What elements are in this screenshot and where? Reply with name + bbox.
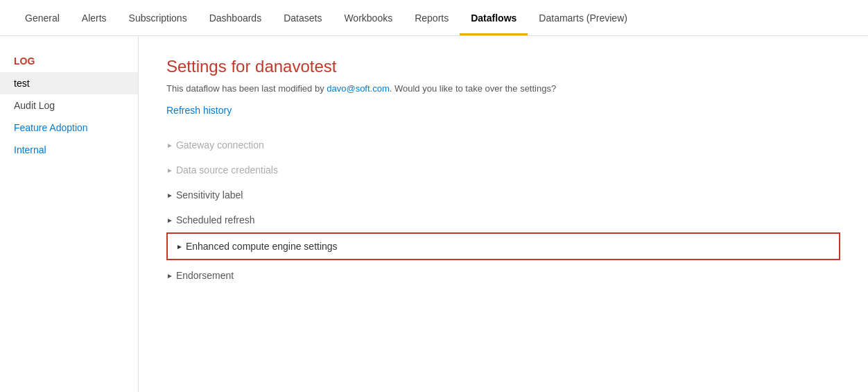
arrow-icon: ► <box>166 216 173 224</box>
arrow-icon: ► <box>166 167 173 174</box>
section-label: Gateway connection <box>176 139 264 151</box>
sidebar-item-audit-log[interactable]: Audit Log <box>0 94 138 117</box>
section-label: Enhanced compute engine settings <box>186 241 338 252</box>
section-gateway-connection[interactable]: ► Gateway connection <box>166 133 840 157</box>
page-title: Settings for danavotest <box>166 57 840 76</box>
arrow-icon: ► <box>166 272 173 280</box>
title-name: danavotest <box>255 57 336 76</box>
section-data-source-credentials[interactable]: ► Data source credentials <box>166 157 840 182</box>
section-label: Sensitivity label <box>176 189 243 201</box>
arrow-icon: ► <box>166 142 173 149</box>
refresh-history-link[interactable]: Refresh history <box>166 105 232 116</box>
tab-subscriptions[interactable]: Subscriptions <box>118 0 198 35</box>
sidebar: LOG test Audit Log Feature Adoption Inte… <box>0 36 139 392</box>
sidebar-item-log[interactable]: LOG <box>0 50 138 72</box>
arrow-icon: ► <box>176 243 183 250</box>
section-label: Data source credentials <box>176 164 278 176</box>
tab-workbooks[interactable]: Workbooks <box>333 0 403 35</box>
tab-datasets[interactable]: Datasets <box>272 0 333 35</box>
section-label: Endorsement <box>176 270 234 281</box>
tab-reports[interactable]: Reports <box>403 0 460 35</box>
subtitle-suffix: . Would you like to take over the settin… <box>390 83 556 94</box>
sidebar-item-internal[interactable]: Internal <box>0 139 138 161</box>
section-label: Scheduled refresh <box>176 214 255 225</box>
content-area: Settings for danavotest This dataflow ha… <box>139 36 868 392</box>
tab-alerts[interactable]: Alerts <box>71 0 118 35</box>
tab-general[interactable]: General <box>14 0 71 35</box>
subtitle-email-link[interactable]: davo@soft.com <box>327 83 390 94</box>
subtitle: This dataflow has been last modified by … <box>166 83 840 94</box>
subtitle-text: This dataflow has been last modified by <box>166 83 327 94</box>
sidebar-item-feature-adoption[interactable]: Feature Adoption <box>0 117 138 139</box>
title-prefix: Settings for <box>166 57 255 76</box>
section-sensitivity-label[interactable]: ► Sensitivity label <box>166 182 840 207</box>
tab-datamarts[interactable]: Datamarts (Preview) <box>528 0 639 35</box>
section-enhanced-compute[interactable]: ► Enhanced compute engine settings <box>166 232 840 260</box>
section-endorsement[interactable]: ► Endorsement <box>166 263 840 288</box>
top-navigation: General Alerts Subscriptions Dashboards … <box>0 0 868 36</box>
sidebar-item-test[interactable]: test <box>0 72 138 94</box>
section-scheduled-refresh[interactable]: ► Scheduled refresh <box>166 207 840 232</box>
tab-dashboards[interactable]: Dashboards <box>198 0 273 35</box>
tab-dataflows[interactable]: Dataflows <box>460 0 528 35</box>
arrow-icon: ► <box>166 191 173 199</box>
main-layout: LOG test Audit Log Feature Adoption Inte… <box>0 36 868 392</box>
